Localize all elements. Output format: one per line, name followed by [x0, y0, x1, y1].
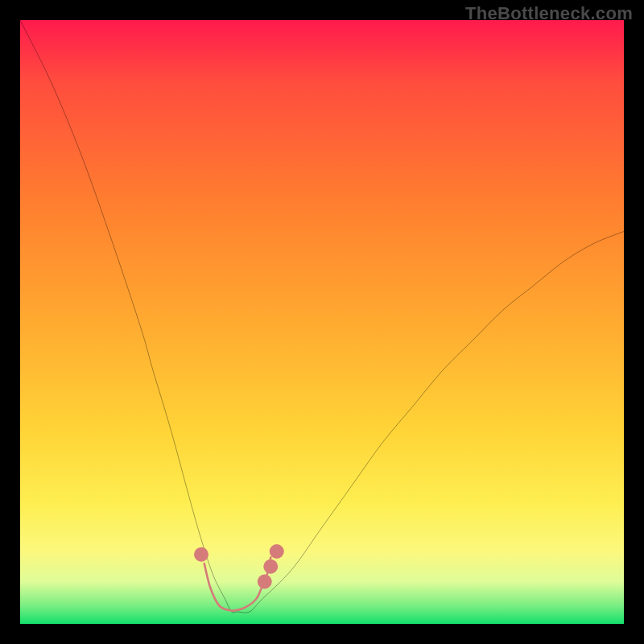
chart-frame: TheBottleneck.com [0, 0, 644, 644]
pt-1 [194, 547, 208, 562]
pt-4 [270, 544, 284, 559]
pt-2 [258, 575, 272, 589]
chart-svg [20, 20, 624, 624]
pt-3 [263, 559, 278, 574]
watermark-text: TheBottleneck.com [465, 3, 633, 24]
plot-area [20, 20, 624, 624]
gradient-background [20, 20, 624, 624]
